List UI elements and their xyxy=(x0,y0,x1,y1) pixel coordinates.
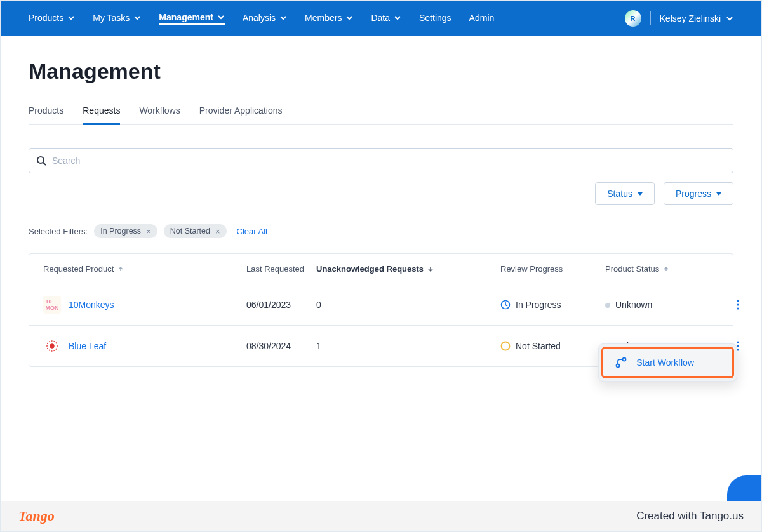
filter-buttons-row: Status Progress xyxy=(29,182,733,205)
table-header: Requested Product Last Requested Unackno… xyxy=(29,254,733,284)
user-menu[interactable]: Kelsey Zielinski xyxy=(660,13,733,23)
product-link[interactable]: Blue Leaf xyxy=(69,341,106,351)
tabs: Products Requests Workflows Provider App… xyxy=(29,102,733,125)
circle-open-icon xyxy=(500,341,511,351)
nav-label: Data xyxy=(371,13,390,23)
selected-filters-label: Selected Filters: xyxy=(29,227,88,236)
chat-widget[interactable] xyxy=(727,475,761,501)
col-review-progress[interactable]: Review Progress xyxy=(500,264,605,274)
table-row: 10MON 10Monkeys 06/01/2023 0 In Progress… xyxy=(29,284,733,326)
review-progress: In Progress xyxy=(500,300,605,310)
col-last-requested[interactable]: Last Requested xyxy=(246,264,316,274)
status-dot-icon xyxy=(605,303,610,308)
page-body: Management Products Requests Workflows P… xyxy=(1,36,761,367)
svg-point-8 xyxy=(737,341,739,343)
nav-label: Products xyxy=(29,13,64,23)
product-link[interactable]: 10Monkeys xyxy=(69,300,114,310)
review-progress: Not Started xyxy=(500,341,605,351)
search-input[interactable] xyxy=(29,148,733,173)
nav-products[interactable]: Products xyxy=(29,13,75,24)
clock-icon xyxy=(500,300,511,310)
col-requested-product[interactable]: Requested Product xyxy=(43,264,246,274)
tab-workflows[interactable]: Workflows xyxy=(139,102,180,124)
status-label: Unknown xyxy=(615,300,652,310)
page-title: Management xyxy=(29,59,733,84)
nav-label: Admin xyxy=(469,13,495,23)
product-status: Unknown xyxy=(605,300,707,310)
chip-label: In Progress xyxy=(100,227,141,236)
product-icon-10monkeys: 10MON xyxy=(43,296,61,314)
search-icon xyxy=(36,156,46,166)
search-wrap xyxy=(29,148,733,173)
chevron-down-icon xyxy=(394,14,401,22)
tab-requests[interactable]: Requests xyxy=(83,102,120,125)
svg-point-11 xyxy=(617,364,620,368)
footer-text: Created with Tango.us xyxy=(636,510,744,522)
chevron-down-icon xyxy=(217,13,225,21)
nav-analysis[interactable]: Analysis xyxy=(243,13,287,24)
popover-label: Start Workflow xyxy=(636,357,694,368)
nav-management[interactable]: Management xyxy=(159,12,225,25)
col-label: Product Status xyxy=(605,264,659,274)
product-cell: 10MON 10Monkeys xyxy=(43,296,246,314)
row-actions-menu: Start Workflow xyxy=(598,343,737,382)
clear-all-link[interactable]: Clear All xyxy=(237,227,267,236)
chip-remove-button[interactable]: × xyxy=(146,227,151,236)
nav-my-tasks[interactable]: My Tasks xyxy=(93,13,141,24)
tango-logo: Tango xyxy=(18,508,55,524)
workflow-icon xyxy=(615,356,627,369)
col-unacknowledged[interactable]: Unacknowledged Requests xyxy=(316,264,500,274)
progress-filter-button[interactable]: Progress xyxy=(664,182,733,205)
selected-filters: Selected Filters: In Progress × Not Star… xyxy=(29,224,733,238)
svg-point-7 xyxy=(502,342,510,350)
footer: Tango Created with Tango.us xyxy=(1,501,761,531)
filter-chip-in-progress: In Progress × xyxy=(94,224,157,238)
chevron-down-icon xyxy=(67,14,75,22)
avatar-letter: R xyxy=(631,15,636,22)
nav-label: My Tasks xyxy=(93,13,130,23)
progress-label: In Progress xyxy=(516,300,561,310)
nav-label: Members xyxy=(305,13,342,23)
svg-point-6 xyxy=(50,344,54,348)
svg-point-9 xyxy=(737,345,739,347)
avatar[interactable]: R xyxy=(625,10,641,27)
chevron-down-icon xyxy=(279,14,287,22)
tab-products[interactable]: Products xyxy=(29,102,64,124)
chevron-down-icon xyxy=(726,15,733,22)
col-product-status[interactable]: Product Status xyxy=(605,264,707,274)
filter-label: Status xyxy=(607,189,632,199)
nav-admin[interactable]: Admin xyxy=(469,13,495,24)
nav-items: Products My Tasks Management Analysis Me… xyxy=(29,12,494,25)
nav-label: Management xyxy=(159,12,213,22)
nav-settings[interactable]: Settings xyxy=(419,13,451,24)
svg-point-4 xyxy=(737,307,739,309)
tab-provider-applications[interactable]: Provider Applications xyxy=(199,102,283,124)
nav-label: Settings xyxy=(419,13,451,23)
svg-point-0 xyxy=(37,157,44,163)
svg-point-3 xyxy=(737,303,739,305)
caret-down-icon xyxy=(716,192,721,196)
progress-label: Not Started xyxy=(516,341,561,351)
row-actions-button[interactable] xyxy=(731,298,745,312)
sort-asc-icon xyxy=(663,266,669,272)
col-label: Unacknowledged Requests xyxy=(316,264,424,274)
chevron-down-icon xyxy=(345,14,353,22)
divider xyxy=(650,11,651,25)
sort-desc-icon xyxy=(427,266,434,272)
nav-members[interactable]: Members xyxy=(305,13,353,24)
last-requested: 08/30/2024 xyxy=(246,341,316,351)
nav-label: Analysis xyxy=(243,13,276,23)
status-filter-button[interactable]: Status xyxy=(595,182,655,205)
nav-right: R Kelsey Zielinski xyxy=(625,10,733,27)
kebab-icon xyxy=(737,300,739,310)
svg-point-12 xyxy=(623,358,626,361)
product-icon-blueleaf xyxy=(43,337,61,355)
nav-data[interactable]: Data xyxy=(371,13,401,24)
chip-remove-button[interactable]: × xyxy=(215,227,220,236)
filter-chip-not-started: Not Started × xyxy=(164,224,227,238)
start-workflow-button[interactable]: Start Workflow xyxy=(601,347,734,378)
unacknowledged-count: 1 xyxy=(316,341,500,351)
top-nav: Products My Tasks Management Analysis Me… xyxy=(1,1,761,36)
chip-label: Not Started xyxy=(170,227,210,236)
chevron-down-icon xyxy=(133,14,141,22)
